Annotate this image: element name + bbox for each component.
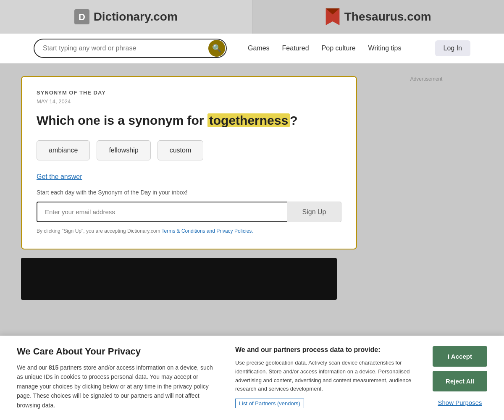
login-button[interactable]: Log In: [435, 40, 470, 56]
sotd-question-suffix: ?: [290, 113, 297, 127]
nav-pop-culture[interactable]: Pop culture: [322, 45, 356, 52]
right-column: Advertisement: [370, 76, 483, 300]
nav-featured[interactable]: Featured: [282, 45, 309, 52]
sotd-option-ambiance[interactable]: ambiance: [37, 140, 90, 160]
reject-button[interactable]: Reject All: [433, 371, 487, 391]
accept-button[interactable]: I Accept: [433, 346, 487, 367]
search-input[interactable]: [34, 39, 227, 58]
sotd-terms-prefix: By clicking "Sign Up", you are accepting…: [37, 228, 162, 234]
dictionary-logo[interactable]: D Dictionary.com: [0, 0, 252, 34]
privacy-middle-section: We and our partners process data to prov…: [235, 346, 416, 407]
thesaurus-logo-text: Thesaurus.com: [344, 10, 431, 24]
privacy-partners-count: 815: [49, 364, 58, 371]
svg-text:D: D: [79, 12, 85, 22]
dictionary-icon: D: [74, 9, 89, 24]
sotd-question-prefix: Which one is a synonym for: [37, 113, 207, 127]
synonym-of-the-day-card: SYNONYM OF THE DAY MAY 14, 2024 Which on…: [21, 76, 357, 249]
search-icon: 🔍: [212, 44, 221, 53]
main-nav: Games Featured Pop culture Writing tips: [248, 45, 401, 52]
sotd-label: SYNONYM OF THE DAY: [37, 89, 341, 96]
privacy-title: We Care About Your Privacy: [17, 346, 218, 357]
sotd-question-word: togetherness: [207, 113, 290, 127]
sotd-option-fellowship[interactable]: fellowship: [97, 140, 150, 160]
nav-writing-tips[interactable]: Writing tips: [368, 45, 402, 52]
sotd-question: Which one is a synonym for togetherness?: [37, 112, 341, 129]
signup-button[interactable]: Sign Up: [287, 202, 341, 222]
show-purposes-button[interactable]: Show Purposes: [433, 396, 487, 410]
navbar: 🔍 Games Featured Pop culture Writing tip…: [0, 34, 504, 63]
dictionary-logo-text: Dictionary.com: [94, 10, 178, 24]
main-content: SYNONYM OF THE DAY MAY 14, 2024 Which on…: [0, 63, 504, 312]
get-answer-link[interactable]: Get the answer: [37, 173, 341, 181]
privacy-left-section: We Care About Your Privacy We and our 81…: [17, 346, 218, 410]
privacy-text-prefix: We and our: [17, 364, 49, 371]
search-button[interactable]: 🔍: [208, 40, 225, 57]
sotd-subscribe-text: Start each day with the Synonym of the D…: [37, 189, 341, 196]
privacy-banner: We Care About Your Privacy We and our 81…: [0, 336, 504, 420]
sotd-terms-link[interactable]: Terms & Conditions and Privacy Policies.: [162, 228, 253, 234]
privacy-middle-text: Use precise geolocation data. Actively s…: [235, 359, 416, 394]
advertisement-label: Advertisement: [370, 76, 483, 82]
privacy-buttons: I Accept Reject All Show Purposes: [433, 346, 487, 410]
sotd-terms: By clicking "Sign Up", you are accepting…: [37, 228, 341, 234]
nav-games[interactable]: Games: [248, 45, 270, 52]
email-input[interactable]: [37, 202, 287, 222]
thesaurus-icon: [325, 8, 340, 25]
privacy-middle-title: We and our partners process data to prov…: [235, 346, 416, 354]
partners-link[interactable]: List of Partners (vendors): [235, 399, 304, 408]
sotd-date: MAY 14, 2024: [37, 98, 341, 105]
privacy-text: We and our 815 partners store and/or acc…: [17, 363, 218, 410]
sotd-email-row: Sign Up: [37, 202, 341, 222]
sotd-options: ambiance fellowship custom: [37, 140, 341, 160]
left-column: SYNONYM OF THE DAY MAY 14, 2024 Which on…: [21, 76, 357, 300]
top-logos-bar: D Dictionary.com Thesaurus.com: [0, 0, 504, 34]
search-container: 🔍: [34, 39, 227, 58]
sotd-option-custom[interactable]: custom: [158, 140, 204, 160]
thesaurus-logo[interactable]: Thesaurus.com: [252, 0, 504, 34]
image-placeholder: [21, 258, 337, 300]
